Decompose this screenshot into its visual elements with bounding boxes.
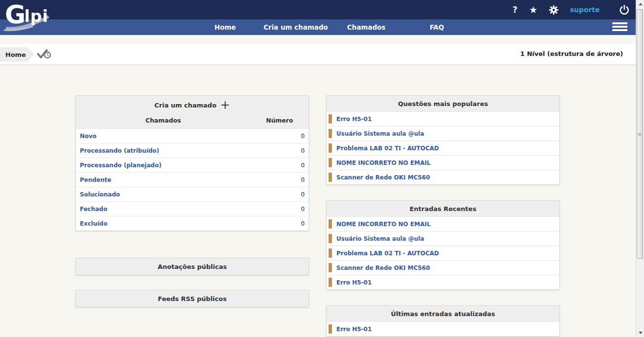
table-row: Processando (atribuído) 0 bbox=[76, 143, 309, 158]
faq-item-marker bbox=[329, 234, 332, 243]
faq-link[interactable]: Usuário Sistema aula @ula bbox=[336, 130, 424, 137]
public-notes-title: Anotações públicas bbox=[76, 258, 309, 275]
faq-link[interactable]: Usuário Sistema aula @ula bbox=[336, 235, 424, 242]
popular-faq-panel: Questões mais populares Erro H5-01 Usuár… bbox=[326, 95, 560, 185]
faq-item-marker bbox=[329, 173, 332, 182]
table-row: Solucionado 0 bbox=[76, 187, 309, 201]
list-item: Erro H5-01 bbox=[327, 275, 559, 289]
logo-letter-g: G bbox=[5, 0, 25, 29]
faq-item-marker bbox=[329, 278, 332, 287]
scrollbar-down-arrow[interactable] bbox=[636, 329, 644, 337]
faq-link[interactable]: Erro H5-01 bbox=[336, 116, 372, 123]
status-count: 0 bbox=[251, 162, 309, 169]
status-count: 0 bbox=[251, 220, 309, 227]
faq-link[interactable]: NOME INCORRETO NO EMAIL bbox=[336, 160, 430, 166]
status-link-processando-planejado[interactable]: Processando (planejado) bbox=[76, 162, 251, 169]
column-header-tickets: Chamados bbox=[76, 117, 251, 124]
scrollbar-thumb[interactable] bbox=[637, 9, 643, 259]
faq-link[interactable]: Problema LAB 02 TI - AUTOCAD bbox=[336, 250, 439, 257]
popular-faq-title: Questões mais populares bbox=[327, 96, 559, 111]
faq-item-marker bbox=[329, 114, 332, 124]
list-item: Usuário Sistema aula @ula bbox=[327, 126, 559, 141]
faq-link[interactable]: Problema LAB 02 TI - AUTOCAD bbox=[336, 145, 439, 152]
faq-link[interactable]: Erro H5-01 bbox=[336, 279, 372, 286]
list-item: NOME INCORRETO NO EMAIL bbox=[327, 155, 559, 170]
faq-item-marker bbox=[329, 263, 332, 272]
recent-entries-title: Entradas Recentes bbox=[327, 201, 559, 216]
tickets-panel-title-text: Cria um chamado bbox=[154, 102, 216, 109]
scrollbar-up-arrow[interactable] bbox=[636, 0, 644, 8]
status-link-excluido[interactable]: Excluído bbox=[76, 220, 251, 227]
status-link-fechado[interactable]: Fechado bbox=[76, 206, 251, 213]
scrollbar-grip bbox=[638, 133, 642, 136]
column-header-number: Número bbox=[251, 117, 309, 124]
public-rss-feeds-panel: Feeds RSS públicos bbox=[75, 290, 309, 307]
faq-item-marker bbox=[329, 324, 332, 334]
status-link-processando-atribuido[interactable]: Processando (atribuído) bbox=[76, 147, 251, 154]
table-row: Pendente 0 bbox=[76, 172, 309, 187]
menu-tickets[interactable]: Chamados bbox=[331, 19, 402, 35]
faq-link[interactable]: Scanner de Rede OKI MC560 bbox=[336, 174, 430, 181]
tickets-panel-title: Cria um chamado+ bbox=[76, 96, 309, 113]
faq-link[interactable]: NOME INCORRETO NO EMAIL bbox=[336, 221, 430, 228]
help-icon[interactable]: ? bbox=[513, 5, 517, 15]
list-item: Erro H5-01 bbox=[327, 111, 559, 126]
menu-home[interactable]: Home bbox=[190, 19, 260, 35]
status-link-pendente[interactable]: Pendente bbox=[76, 177, 251, 183]
table-row: Excluído 0 bbox=[76, 216, 309, 231]
faq-item-marker bbox=[329, 219, 332, 229]
updated-entries-panel: Últimas entradas atualizadas Erro H5-01 bbox=[326, 305, 560, 337]
faq-link[interactable]: Erro H5-01 bbox=[336, 326, 372, 333]
menu-create-ticket[interactable]: Cria um chamado bbox=[260, 19, 331, 35]
saved-search-check-clock-icon[interactable] bbox=[37, 49, 52, 61]
list-item: Erro H5-01 bbox=[327, 321, 559, 336]
logged-user-link[interactable]: suporte bbox=[570, 6, 600, 14]
status-count: 0 bbox=[251, 177, 309, 183]
faq-item-marker bbox=[329, 248, 332, 258]
breadcrumb-home-label: Home bbox=[5, 51, 26, 58]
status-count: 0 bbox=[251, 133, 309, 140]
settings-gear-icon[interactable] bbox=[549, 5, 558, 15]
breadcrumb-bar: Home 1 Nível (estrutura de árvore) bbox=[0, 44, 636, 65]
menu-faq[interactable]: FAQ bbox=[402, 19, 472, 35]
status-count: 0 bbox=[251, 206, 309, 213]
list-item: NOME INCORRETO NO EMAIL bbox=[327, 216, 559, 231]
hamburger-menu-icon[interactable] bbox=[612, 22, 627, 32]
public-rss-feeds-title: Feeds RSS públicos bbox=[76, 290, 309, 307]
list-item: Problema LAB 02 TI - AUTOCAD bbox=[327, 246, 559, 260]
list-item: Problema LAB 02 TI - AUTOCAD bbox=[327, 141, 559, 155]
status-link-novo[interactable]: Novo bbox=[76, 133, 251, 140]
updated-entries-title: Últimas entradas atualizadas bbox=[327, 306, 559, 321]
main-menu: Home Cria um chamado Chamados FAQ bbox=[190, 19, 472, 35]
status-link-solucionado[interactable]: Solucionado bbox=[76, 191, 251, 198]
table-row: Processando (planejado) 0 bbox=[76, 158, 309, 172]
tickets-table-header: Chamados Número bbox=[76, 113, 309, 128]
status-count: 0 bbox=[251, 191, 309, 198]
status-count: 0 bbox=[251, 147, 309, 154]
list-item: Usuário Sistema aula @ula bbox=[327, 231, 559, 246]
glpi-logo[interactable]: G lpi bbox=[4, 1, 57, 33]
tickets-summary-panel: Cria um chamado+ Chamados Número Novo 0 … bbox=[75, 95, 309, 231]
add-ticket-plus-button[interactable]: + bbox=[221, 102, 230, 108]
recent-entries-panel: Entradas Recentes NOME INCORRETO NO EMAI… bbox=[326, 200, 560, 290]
faq-item-marker bbox=[329, 129, 332, 138]
list-item: Scanner de Rede OKI MC560 bbox=[327, 170, 559, 184]
public-notes-panel: Anotações públicas bbox=[75, 258, 309, 275]
list-item: Scanner de Rede OKI MC560 bbox=[327, 260, 559, 275]
logo-text: lpi bbox=[24, 7, 48, 26]
topbar-icons: ? ★ suporte bbox=[513, 0, 629, 19]
logout-power-icon[interactable] bbox=[619, 5, 629, 15]
bookmark-star-icon[interactable]: ★ bbox=[529, 5, 537, 15]
breadcrumb-home[interactable]: Home bbox=[0, 47, 28, 62]
faq-item-marker bbox=[329, 143, 332, 153]
table-row: Novo 0 bbox=[76, 128, 309, 143]
faq-link[interactable]: Scanner de Rede OKI MC560 bbox=[336, 265, 430, 271]
faq-item-marker bbox=[329, 158, 332, 167]
vertical-scrollbar[interactable] bbox=[636, 0, 644, 337]
entity-tree-label: 1 Nível (estrutura de árvore) bbox=[520, 50, 623, 57]
table-row: Fechado 0 bbox=[76, 201, 309, 216]
